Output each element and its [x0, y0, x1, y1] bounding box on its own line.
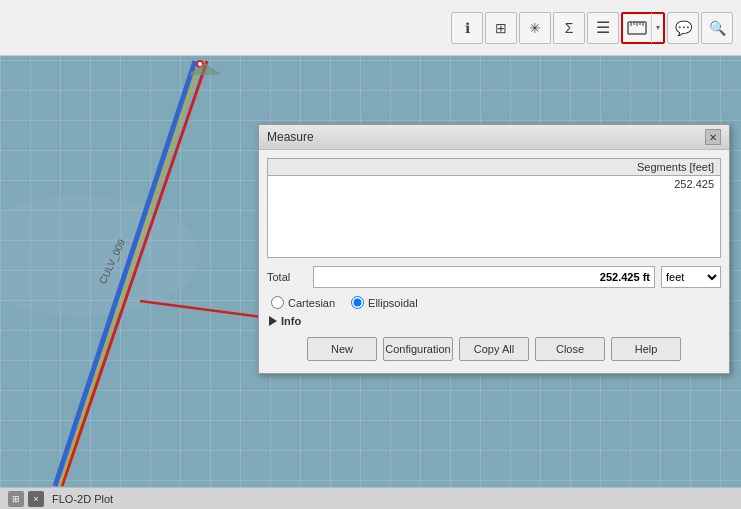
svg-point-16 [198, 62, 202, 66]
measure-dropdown-arrow[interactable]: ▾ [651, 13, 663, 43]
settings-icon: ✳ [529, 20, 541, 36]
total-value-input[interactable] [313, 266, 655, 288]
copy-all-button[interactable]: Copy All [459, 337, 529, 361]
info-label: Info [281, 315, 301, 327]
app-name: FLO-2D Plot [52, 493, 113, 505]
sigma-icon: Σ [565, 20, 574, 36]
measure-icon [623, 13, 651, 43]
dialog-close-button[interactable]: ✕ [705, 129, 721, 145]
search-icon: 🔍 [709, 20, 726, 36]
comment-tool-button[interactable]: 💬 [667, 12, 699, 44]
map-content-area[interactable]: CULV_009 Measure ✕ Segments [feet] 252.4… [0, 56, 741, 487]
ellipsoidal-radio-item[interactable]: Ellipsoidal [351, 296, 418, 309]
total-row: Total feet meters km miles [267, 266, 721, 288]
comment-icon: 💬 [675, 20, 692, 36]
measure-table: Segments [feet] 252.425 [267, 158, 721, 258]
measure-tool-button[interactable]: ▾ [621, 12, 665, 44]
coordinate-type-row: Cartesian Ellipsoidal [267, 296, 721, 309]
status-icon-1: ⊞ [8, 491, 24, 507]
settings-tool-button[interactable]: ✳ [519, 12, 551, 44]
table-body: 252.425 [268, 176, 720, 256]
unit-select[interactable]: feet meters km miles [661, 266, 721, 288]
ellipsoidal-radio[interactable] [351, 296, 364, 309]
cartesian-label: Cartesian [288, 297, 335, 309]
new-button[interactable]: New [307, 337, 377, 361]
table-icon: ⊞ [495, 20, 507, 36]
ellipsoidal-label: Ellipsoidal [368, 297, 418, 309]
close-button[interactable]: Close [535, 337, 605, 361]
cartesian-radio-item[interactable]: Cartesian [271, 296, 335, 309]
sigma-tool-button[interactable]: Σ [553, 12, 585, 44]
help-button[interactable]: Help [611, 337, 681, 361]
segment-value: 252.425 [268, 176, 720, 192]
list-tool-button[interactable]: ☰ [587, 12, 619, 44]
svg-point-6 [0, 196, 200, 316]
table-tool-button[interactable]: ⊞ [485, 12, 517, 44]
status-bar: ⊞ × FLO-2D Plot [0, 487, 741, 509]
configuration-button[interactable]: Configuration [383, 337, 453, 361]
measure-dialog: Measure ✕ Segments [feet] 252.425 Total … [258, 124, 730, 374]
info-tool-button[interactable]: ℹ [451, 12, 483, 44]
info-icon: ℹ [465, 20, 470, 36]
status-icon-2: × [28, 491, 44, 507]
info-expand-icon [269, 316, 277, 326]
main-toolbar: ℹ ⊞ ✳ Σ ☰ ▾ 💬 🔍 [0, 0, 741, 56]
dialog-content: Segments [feet] 252.425 Total feet meter… [259, 150, 729, 373]
cartesian-radio[interactable] [271, 296, 284, 309]
dialog-titlebar: Measure ✕ [259, 125, 729, 150]
dialog-button-row: New Configuration Copy All Close Help [267, 337, 721, 365]
dialog-title: Measure [267, 130, 314, 144]
list-icon: ☰ [596, 18, 610, 37]
info-row[interactable]: Info [267, 315, 721, 327]
total-label: Total [267, 271, 307, 283]
search-tool-button[interactable]: 🔍 [701, 12, 733, 44]
table-header: Segments [feet] [268, 159, 720, 176]
